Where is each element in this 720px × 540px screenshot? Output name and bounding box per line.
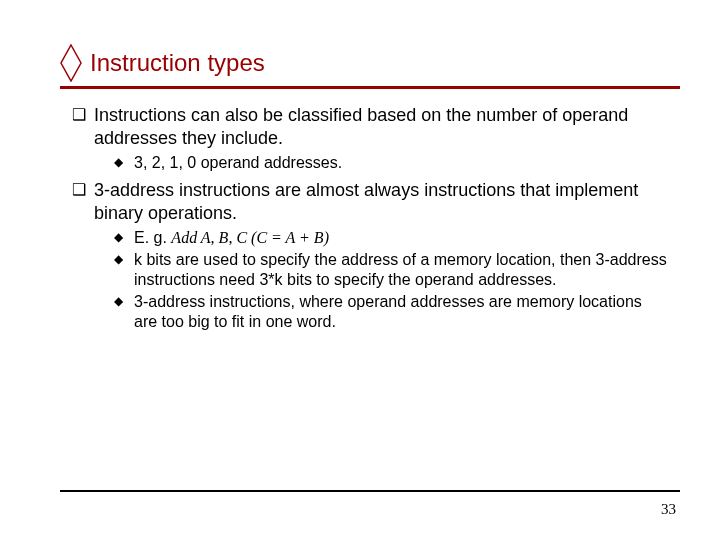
filled-diamond-icon: ◆	[114, 228, 134, 248]
filled-diamond-icon: ◆	[114, 250, 134, 290]
bullet-text: k bits are used to specify the address o…	[134, 250, 668, 290]
filled-diamond-icon: ◆	[114, 292, 134, 332]
slide-title: Instruction types	[90, 49, 265, 77]
bullet-text: E. g. Add A, B, C (C = A + B)	[134, 228, 668, 248]
hollow-square-icon: ❑	[72, 104, 94, 149]
title-row: Instruction types	[60, 44, 680, 82]
eg-prefix: E. g.	[134, 229, 171, 246]
page-number: 33	[661, 501, 676, 518]
bullet-text: Instructions can also be classified base…	[94, 104, 668, 149]
bullet-text: 3-address instructions, where operand ad…	[134, 292, 668, 332]
bullet-text: 3, 2, 1, 0 operand addresses.	[134, 153, 668, 173]
hollow-square-icon: ❑	[72, 179, 94, 224]
eg-italic: Add A, B, C (C = A + B)	[171, 229, 329, 246]
bullet-level2: ◆ E. g. Add A, B, C (C = A + B)	[114, 228, 668, 248]
title-underline	[60, 86, 680, 89]
bullet-level2: ◆ 3, 2, 1, 0 operand addresses.	[114, 153, 668, 173]
footer-divider	[60, 490, 680, 492]
bullet-level2: ◆ 3-address instructions, where operand …	[114, 292, 668, 332]
svg-marker-0	[61, 45, 81, 81]
slide-body: ❑ Instructions can also be classified ba…	[72, 104, 668, 334]
slide: Instruction types ❑ Instructions can als…	[0, 0, 720, 540]
bullet-text: 3-address instructions are almost always…	[94, 179, 668, 224]
filled-diamond-icon: ◆	[114, 153, 134, 173]
bullet-level2: ◆ k bits are used to specify the address…	[114, 250, 668, 290]
bullet-level1: ❑ 3-address instructions are almost alwa…	[72, 179, 668, 224]
bullet-level1: ❑ Instructions can also be classified ba…	[72, 104, 668, 149]
diamond-icon	[60, 44, 82, 82]
